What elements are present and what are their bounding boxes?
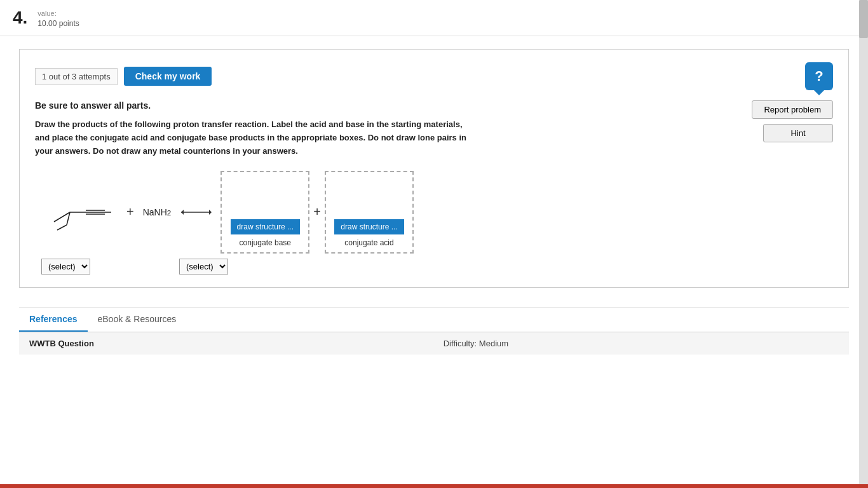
value-label: value: xyxy=(37,9,79,18)
reaction-arrow xyxy=(180,206,212,219)
plus-sign-1: + xyxy=(126,205,134,219)
svg-line-2 xyxy=(57,225,67,230)
tabs-row: References eBook & Resources xyxy=(19,308,849,332)
reagent-text: NaNH xyxy=(143,207,167,217)
reaction-area: + NaNH 2 xyxy=(35,171,739,254)
table-row: WWTB Question Difficulty: Medium xyxy=(19,332,849,355)
reagent-sub: 2 xyxy=(167,208,171,217)
question-points: value: 10.00 points xyxy=(37,9,79,29)
scrollbar-thumb[interactable] xyxy=(859,0,868,38)
arrow-svg xyxy=(180,206,212,219)
table-cell-col2: Difficulty: Medium xyxy=(433,332,849,355)
molecule-drawing xyxy=(35,187,118,238)
reagent-box: NaNH 2 xyxy=(143,207,172,217)
svg-marker-9 xyxy=(209,210,212,215)
attempts-text: 1 out of 3 attempts xyxy=(35,68,118,85)
hint-button[interactable]: Hint xyxy=(763,124,833,142)
molecule-svg xyxy=(35,187,118,238)
be-sure-text: Be sure to answer all parts. xyxy=(35,100,739,111)
tab-ebook[interactable]: eBook & Resources xyxy=(88,308,187,332)
references-table: WWTB Question Difficulty: Medium xyxy=(19,332,849,355)
question-header: 4. value: 10.00 points xyxy=(0,0,868,36)
help-bubble[interactable]: ? xyxy=(805,62,833,90)
svg-marker-10 xyxy=(181,210,184,215)
instruction-body: Draw the products of the following proto… xyxy=(35,119,466,156)
problem-box: 1 out of 3 attempts Check my work ? Be s… xyxy=(19,49,849,287)
right-content: Report problem Hint xyxy=(752,100,833,142)
report-problem-button[interactable]: Report problem xyxy=(752,100,833,119)
select-dropdown-2[interactable]: (select) acid base xyxy=(179,259,228,274)
conjugate-base-label: conjugate base xyxy=(240,238,291,247)
question-number: 4. xyxy=(13,9,27,27)
conjugate-acid-label: conjugate acid xyxy=(344,238,393,247)
check-work-button[interactable]: Check my work xyxy=(124,67,212,86)
left-content: Be sure to answer all parts. Draw the pr… xyxy=(35,100,739,274)
points-value: 10.00 points xyxy=(37,18,79,29)
draw-structure-btn-1[interactable]: draw structure ... xyxy=(231,219,300,234)
product-boxes: draw structure ... conjugate base + draw… xyxy=(220,171,414,254)
help-icon: ? xyxy=(815,68,823,85)
top-row: Be sure to answer all parts. Draw the pr… xyxy=(35,100,833,274)
attempts-left: 1 out of 3 attempts Check my work xyxy=(35,67,212,86)
attempts-bar: 1 out of 3 attempts Check my work ? xyxy=(35,62,833,90)
references-table-body: WWTB Question Difficulty: Medium xyxy=(19,332,849,355)
bottom-bar xyxy=(0,484,868,488)
main-content: 1 out of 3 attempts Check my work ? Be s… xyxy=(0,36,868,367)
select-row: (select) acid base (select) acid base xyxy=(35,259,739,274)
conjugate-base-box: draw structure ... conjugate base xyxy=(220,171,309,254)
plus-sign-2: + xyxy=(313,205,321,219)
scrollbar-track[interactable] xyxy=(859,0,868,485)
select-dropdown-1[interactable]: (select) acid base xyxy=(41,259,90,274)
tab-references[interactable]: References xyxy=(19,308,88,332)
instruction-text: Draw the products of the following proto… xyxy=(35,118,467,158)
table-cell-col1: WWTB Question xyxy=(19,332,433,355)
references-section: References eBook & Resources WWTB Questi… xyxy=(19,307,849,355)
conjugate-acid-box: draw structure ... conjugate acid xyxy=(325,171,414,254)
draw-structure-btn-2[interactable]: draw structure ... xyxy=(334,219,403,234)
